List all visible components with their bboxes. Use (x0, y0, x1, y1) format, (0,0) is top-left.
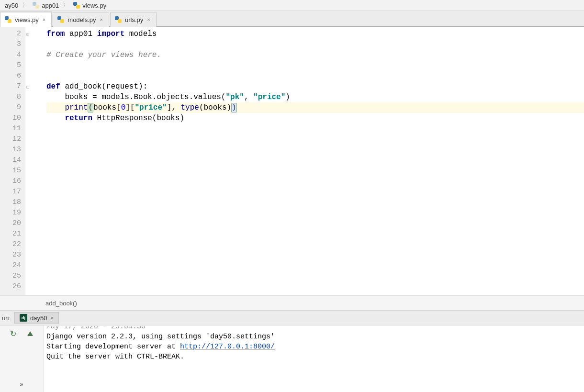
run-toolwindow-header: un: dj day50 × (0, 311, 584, 325)
breadcrumb-item[interactable]: app01 (29, 1, 62, 9)
run-console: ↻ » » May 17, 2020 - 23:04:30Django vers… (0, 325, 584, 392)
chevron-right-icon: 〉 (62, 1, 70, 10)
chevron-right-icon: 〉 (21, 1, 29, 10)
console-toolbar: ↻ » » (0, 325, 44, 392)
tab-label: models.py (67, 16, 96, 23)
python-file-icon (114, 16, 122, 23)
run-label: un: (2, 314, 11, 322)
django-icon: dj (20, 314, 27, 322)
console-link[interactable]: http://127.0.0.1:8000/ (180, 343, 275, 351)
rerun-button[interactable]: ↻ (8, 328, 18, 339)
run-config-name: day50 (30, 314, 47, 322)
up-button[interactable] (25, 328, 35, 339)
folder-icon (32, 1, 40, 9)
code-editor[interactable]: 2345678910111213141516171819202122232425… (0, 27, 584, 295)
fold-toggle-icon[interactable]: ⊟ (26, 32, 29, 37)
tab-label: views.py (15, 16, 39, 23)
fold-gutter[interactable]: ⊟⊟ (25, 27, 45, 295)
expand-b-icon[interactable]: » (20, 381, 23, 388)
editor-tab[interactable]: models.py× (53, 12, 109, 27)
fold-toggle-icon[interactable]: ⊟ (26, 84, 29, 90)
context-label: add_book() (45, 300, 77, 307)
editor-tab[interactable]: urls.py× (110, 12, 157, 27)
console-output[interactable]: May 17, 2020 - 23:04:30Django version 2.… (44, 325, 584, 392)
close-icon[interactable]: × (42, 17, 46, 22)
editor-tabs: views.py×models.py×urls.py× (0, 11, 584, 27)
close-icon[interactable]: × (146, 17, 151, 22)
breadcrumb-item[interactable]: ay50 (2, 2, 21, 9)
close-icon[interactable]: × (99, 17, 104, 22)
run-config-tab[interactable]: dj day50 × (14, 312, 59, 324)
breadcrumb-bar: ay50 〉 app01 〉 views.py (0, 0, 584, 11)
python-file-icon (73, 1, 80, 9)
editor-tab[interactable]: views.py× (0, 12, 52, 27)
breadcrumb-item[interactable]: views.py (70, 1, 109, 9)
code-area[interactable]: from app01 import models# Create your vi… (45, 27, 584, 295)
context-breadcrumb[interactable]: add_book() (0, 295, 584, 311)
tab-label: urls.py (125, 16, 143, 23)
python-file-icon (4, 16, 12, 23)
close-icon[interactable]: × (50, 314, 54, 322)
python-file-icon (57, 16, 65, 23)
line-number-gutter: 2345678910111213141516171819202122232425… (0, 27, 25, 295)
